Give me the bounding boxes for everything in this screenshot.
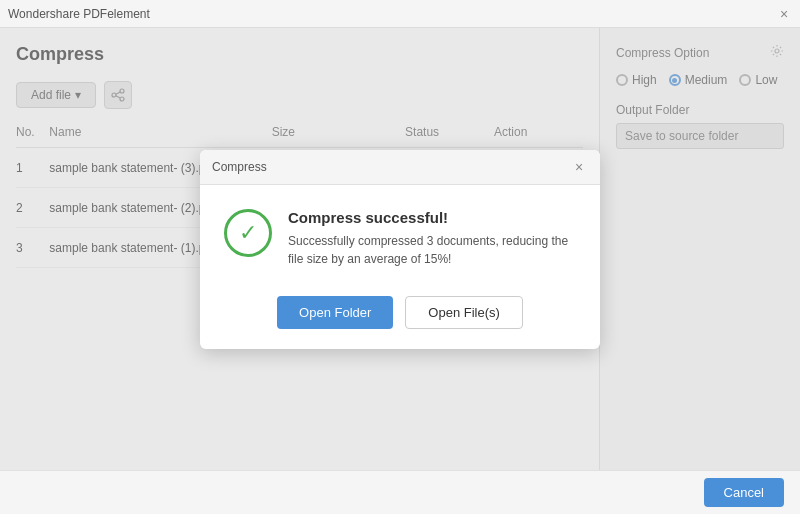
bottom-bar: Cancel (0, 470, 800, 514)
main-content: Compress Add file ▾ No. (0, 28, 800, 470)
modal-footer: Open Folder Open File(s) (200, 284, 600, 349)
success-modal: Compress × ✓ Compress successful! Succes… (200, 150, 600, 349)
modal-titlebar: Compress × (200, 150, 600, 185)
modal-title: Compress (212, 160, 267, 174)
check-icon: ✓ (239, 220, 257, 246)
success-icon: ✓ (224, 209, 272, 257)
success-desc: Successfully compressed 3 documents, red… (288, 232, 576, 268)
app-title: Wondershare PDFelement (8, 7, 150, 21)
open-files-button[interactable]: Open File(s) (405, 296, 523, 329)
open-folder-button[interactable]: Open Folder (277, 296, 393, 329)
success-title: Compress successful! (288, 209, 576, 226)
success-text-block: Compress successful! Successfully compre… (288, 209, 576, 268)
titlebar: Wondershare PDFelement × (0, 0, 800, 28)
app-close-button[interactable]: × (776, 6, 792, 22)
cancel-button[interactable]: Cancel (704, 478, 784, 507)
modal-overlay: Compress × ✓ Compress successful! Succes… (0, 28, 800, 470)
modal-body: ✓ Compress successful! Successfully comp… (200, 185, 600, 284)
modal-close-button[interactable]: × (570, 158, 588, 176)
